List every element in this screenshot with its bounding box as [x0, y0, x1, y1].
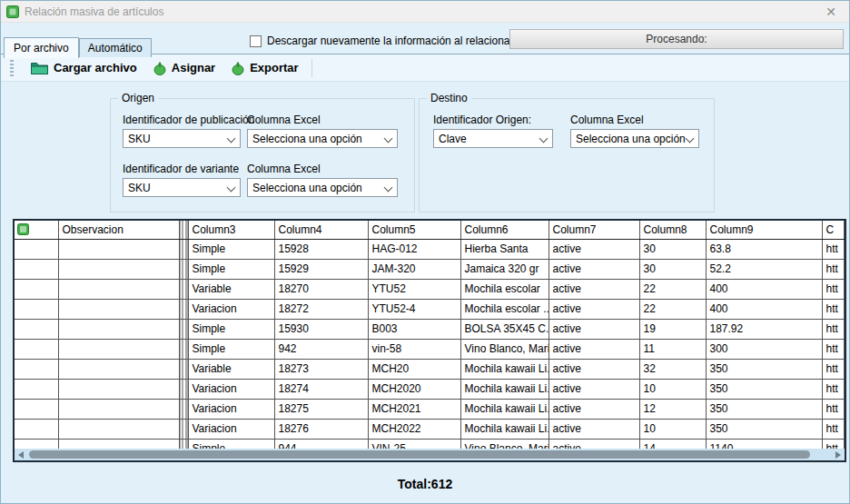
grid-cell[interactable]: htt [822, 339, 845, 359]
grid-cell[interactable]: active [549, 339, 639, 359]
grid-cell[interactable] [15, 299, 58, 319]
grid-cell[interactable]: Variable [188, 359, 274, 379]
grid-cell[interactable]: Mochila kawaii Li... [460, 379, 549, 399]
grid-cell[interactable] [58, 259, 179, 279]
grid-cell[interactable]: Simple [188, 259, 274, 279]
grid-cell[interactable]: htt [822, 379, 845, 399]
grid-cell[interactable] [58, 399, 179, 419]
grid-cell[interactable]: 942 [274, 339, 368, 359]
grid-cell[interactable] [15, 419, 58, 439]
grid-cell[interactable] [58, 279, 179, 299]
grid-cell[interactable] [179, 239, 188, 259]
grid-cell[interactable]: 30 [639, 259, 706, 279]
grid-corner-cell[interactable] [15, 221, 58, 239]
grid-cell[interactable] [15, 239, 58, 259]
grid-cell[interactable]: Variacion [188, 419, 274, 439]
grid-cell[interactable] [179, 399, 188, 419]
grid-cell[interactable]: 350 [706, 379, 822, 399]
grid-cell[interactable]: 350 [706, 359, 822, 379]
grid-cell[interactable] [58, 299, 179, 319]
grid-cell[interactable]: active [549, 259, 639, 279]
grid-cell[interactable] [58, 359, 179, 379]
grid-cell[interactable]: 18275 [274, 399, 368, 419]
grid-cell[interactable]: JAM-320 [368, 259, 460, 279]
grid-cell[interactable] [179, 299, 188, 319]
publication-id-combo[interactable]: SKU [123, 129, 241, 148]
close-button[interactable]: ✕ [818, 1, 844, 23]
grid-cell[interactable]: vin-58 [368, 339, 460, 359]
grid-cell[interactable]: 15930 [274, 319, 368, 339]
grid-cell[interactable]: 22 [639, 299, 706, 319]
grid-cell[interactable] [15, 279, 58, 299]
grid-cell[interactable] [179, 279, 188, 299]
load-file-button[interactable]: Cargar archivo [23, 58, 145, 77]
grid-cell[interactable]: 18276 [274, 419, 368, 439]
grid-cell[interactable]: 400 [706, 299, 822, 319]
export-button[interactable]: Exportar [223, 58, 306, 78]
grid-cell[interactable]: Mochila kawaii Li... [460, 359, 549, 379]
grid-cell[interactable]: active [549, 239, 639, 259]
grid-cell[interactable] [179, 379, 188, 399]
grid-cell[interactable] [58, 339, 179, 359]
grid-cell[interactable]: htt [822, 239, 845, 259]
grid-cell[interactable]: Variacion [188, 399, 274, 419]
grid-cell[interactable] [179, 359, 188, 379]
grid-cell[interactable]: htt [822, 279, 845, 299]
grid-cell[interactable] [15, 359, 58, 379]
grid-cell[interactable]: active [549, 399, 639, 419]
grid-cell[interactable] [179, 419, 188, 439]
grid-cell[interactable]: active [549, 359, 639, 379]
grid-column-header[interactable]: C [822, 221, 845, 239]
excel-column-combo-2[interactable]: Selecciona una opción [247, 178, 398, 197]
grid-cell[interactable] [15, 379, 58, 399]
grid-cell[interactable]: Mochila escolar [460, 279, 549, 299]
grid-column-header[interactable]: Column4 [274, 221, 368, 239]
horizontal-scrollbar[interactable] [15, 449, 845, 460]
grid-cell[interactable]: 30 [639, 239, 706, 259]
grid-cell[interactable] [58, 379, 179, 399]
grid-cell[interactable]: htt [822, 319, 845, 339]
toolbar-grip[interactable] [10, 60, 14, 76]
grid-cell[interactable]: Mochila escolar ... [460, 299, 549, 319]
grid-cell[interactable]: 400 [706, 279, 822, 299]
grid-cell[interactable]: active [549, 379, 639, 399]
grid-cell[interactable]: 11 [639, 339, 706, 359]
download-again-checkbox[interactable] [250, 35, 262, 47]
grid-column-header[interactable]: Column5 [368, 221, 460, 239]
grid-cell[interactable]: Simple [188, 319, 274, 339]
grid-cell[interactable]: active [549, 319, 639, 339]
grid-cell[interactable]: Variable [188, 279, 274, 299]
grid-cell[interactable]: active [549, 299, 639, 319]
grid-cell[interactable]: 10 [639, 379, 706, 399]
scrollbar-thumb[interactable] [29, 450, 810, 459]
grid-cell[interactable]: htt [822, 419, 845, 439]
grid-cell[interactable]: 18270 [274, 279, 368, 299]
tab-por-archivo[interactable]: Por archivo [4, 37, 79, 58]
grid-cell[interactable] [179, 319, 188, 339]
grid-cell[interactable]: Vino Blanco, Mari... [460, 339, 549, 359]
grid-cell[interactable]: 15929 [274, 259, 368, 279]
grid-cell[interactable]: 32 [639, 359, 706, 379]
grid-cell[interactable]: Mochila kawaii Li... [460, 399, 549, 419]
grid-cell[interactable]: Mochila kawaii Li... [460, 419, 549, 439]
grid-cell[interactable]: HAG-012 [368, 239, 460, 259]
grid-cell[interactable]: 19 [639, 319, 706, 339]
grid-column-header[interactable]: Column9 [706, 221, 822, 239]
grid-cell[interactable] [58, 419, 179, 439]
grid-column-header[interactable]: Column7 [549, 221, 639, 239]
origin-id-combo[interactable]: Clave [433, 129, 553, 148]
grid-cell[interactable]: YTU52-4 [368, 299, 460, 319]
tab-automatico[interactable]: Automático [79, 38, 152, 57]
grid-cell[interactable]: 350 [706, 399, 822, 419]
grid-cell[interactable] [15, 319, 58, 339]
grid-cell[interactable]: 22 [639, 279, 706, 299]
grid-cell[interactable]: Simple [188, 339, 274, 359]
grid-cell[interactable]: 52.2 [706, 259, 822, 279]
grid-column-header[interactable]: Observacion [58, 221, 179, 239]
grid-cell[interactable]: MCH20 [368, 359, 460, 379]
assign-button[interactable]: Asignar [145, 58, 223, 78]
excel-column-combo-3[interactable]: Selecciona una opción [570, 129, 699, 148]
grid-cell[interactable]: B003 [368, 319, 460, 339]
grid-cell[interactable]: Simple [188, 239, 274, 259]
grid-cell[interactable] [179, 339, 188, 359]
